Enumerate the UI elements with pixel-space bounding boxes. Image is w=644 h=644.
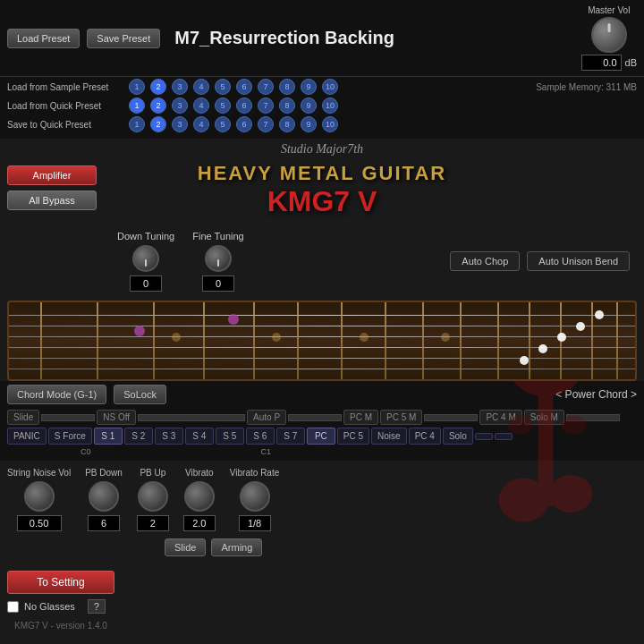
load-preset-button[interactable]: Load Preset [7, 29, 80, 48]
amplifier-button[interactable]: Amplifier [7, 165, 97, 185]
string-noise-knob[interactable] [24, 481, 55, 512]
note-indicator-3 [595, 310, 604, 319]
to-setting-button[interactable]: To Setting [7, 571, 114, 594]
key-s1[interactable]: S 1 [94, 428, 123, 445]
plugin-title-area: HEAVY METAL GUITAR KMG7 V [0, 158, 644, 222]
vibrato-rate-knob[interactable] [240, 481, 270, 512]
vibrato-knob[interactable] [184, 481, 215, 512]
save-num-4[interactable]: 4 [193, 116, 209, 132]
sample-num-7[interactable]: 7 [258, 79, 274, 95]
to-setting-section: To Setting No Glasses ? KMG7 V - version… [0, 564, 644, 640]
key-s5[interactable]: S 5 [216, 428, 244, 445]
ns-off-label: NS Off [97, 410, 136, 425]
auto-unison-button[interactable]: Auto Unison Bend [527, 251, 630, 271]
string-noise-input[interactable] [17, 515, 62, 531]
string-2 [9, 326, 635, 326]
key-pc4[interactable]: PC 4 [409, 428, 441, 445]
string-noise-group: String Noise Vol [7, 468, 71, 531]
sample-memory: Sample Memory: 311 MB [536, 82, 637, 92]
vibrato-input[interactable] [183, 515, 216, 531]
power-chord-label: < Power Chord > [555, 388, 637, 401]
key-panic[interactable]: PANIC [7, 428, 47, 445]
solock-button[interactable]: SoLock [114, 385, 166, 404]
c1-marker: C1 [261, 447, 272, 456]
tuning-row: Down Tuning Fine Tuning Auto Chop Auto U… [0, 222, 644, 301]
key-pc5[interactable]: PC 5 [337, 428, 369, 445]
quick-num-4[interactable]: 4 [193, 97, 209, 114]
sample-num-2[interactable]: 2 [150, 79, 166, 95]
preset-rows: Load from Sample Preset 1 2 3 4 5 6 7 8 … [0, 77, 644, 139]
solo-m-label: Solo M [524, 410, 564, 425]
fretboard [7, 301, 637, 381]
sample-num-9[interactable]: 9 [301, 79, 317, 95]
quick-num-5[interactable]: 5 [215, 97, 231, 114]
db-input[interactable] [581, 55, 622, 71]
pb-up-knob[interactable] [138, 481, 168, 512]
sample-num-6[interactable]: 6 [236, 79, 252, 95]
pb-down-knob[interactable] [89, 481, 119, 512]
quick-num-9[interactable]: 9 [301, 97, 317, 114]
sample-num-8[interactable]: 8 [279, 79, 295, 95]
key-extra2[interactable] [495, 433, 513, 440]
slide-indicator [41, 414, 95, 421]
pb-down-input[interactable] [88, 515, 120, 531]
save-num-3[interactable]: 3 [172, 116, 188, 132]
arming-button[interactable]: Arming [211, 538, 262, 556]
save-num-9[interactable]: 9 [301, 116, 317, 132]
chord-mode-button[interactable]: Chord Mode (G-1) [7, 385, 106, 404]
fret-marker-9 [441, 333, 450, 342]
slide-button[interactable]: Slide [165, 538, 206, 556]
quick-num-8[interactable]: 8 [279, 97, 295, 114]
save-num-2[interactable]: 2 [150, 116, 166, 132]
fret-0 [40, 302, 42, 379]
quick-num-3[interactable]: 3 [172, 97, 188, 114]
fine-tuning-input[interactable] [202, 275, 234, 292]
vibrato-label: Vibrato [185, 468, 214, 478]
key-solo[interactable]: Solo [443, 428, 473, 445]
quick-num-7[interactable]: 7 [258, 97, 274, 114]
save-num-1[interactable]: 1 [129, 116, 145, 132]
save-num-10[interactable]: 10 [322, 116, 338, 132]
bottom-controls: Chord Mode (G-1) SoLock < Power Chord > … [0, 381, 644, 461]
fine-tuning-knob[interactable] [205, 245, 232, 272]
fine-tuning-group: Fine Tuning [192, 231, 243, 292]
vibrato-rate-group: Vibrato Rate [230, 468, 279, 531]
sample-num-10[interactable]: 10 [322, 79, 338, 95]
key-s6[interactable]: S 6 [246, 428, 275, 445]
midi-bar-top: Slide NS Off Auto P PC M PC 5 M PC 4 M S… [7, 410, 637, 425]
key-pc[interactable]: PC [307, 428, 335, 445]
string-noise-label: String Noise Vol [7, 468, 71, 478]
quick-num-10[interactable]: 10 [322, 97, 338, 114]
key-s3[interactable]: S 3 [155, 428, 183, 445]
key-sforce[interactable]: S Force [48, 428, 92, 445]
save-preset-button[interactable]: Save Preset [87, 29, 160, 48]
save-num-6[interactable]: 6 [236, 116, 252, 132]
key-noise[interactable]: Noise [371, 428, 407, 445]
sample-num-4[interactable]: 4 [193, 79, 209, 95]
fret-8 [422, 302, 424, 379]
quick-num-1[interactable]: 1 [129, 97, 145, 114]
vibrato-rate-input[interactable] [239, 515, 271, 531]
sample-num-3[interactable]: 3 [172, 79, 188, 95]
sample-num-1[interactable]: 1 [129, 79, 145, 95]
down-tuning-knob[interactable] [132, 245, 159, 272]
quick-num-6[interactable]: 6 [236, 97, 252, 114]
master-vol-knob[interactable] [591, 17, 627, 53]
key-extra1[interactable] [475, 433, 493, 440]
pb-up-input[interactable] [137, 515, 169, 531]
question-button[interactable]: ? [88, 599, 106, 614]
auto-chop-button[interactable]: Auto Chop [450, 251, 520, 271]
save-num-7[interactable]: 7 [258, 116, 274, 132]
key-s7[interactable]: S 7 [276, 428, 305, 445]
save-num-8[interactable]: 8 [279, 116, 295, 132]
down-tuning-input[interactable] [130, 275, 162, 292]
all-bypass-button[interactable]: All Bypass [7, 191, 97, 210]
key-s4[interactable]: S 4 [185, 428, 214, 445]
kmg-title: KMG7 V [0, 185, 644, 218]
save-num-5[interactable]: 5 [215, 116, 231, 132]
quick-num-2[interactable]: 2 [150, 97, 166, 114]
key-s2[interactable]: S 2 [124, 428, 153, 445]
no-glasses-checkbox[interactable] [7, 601, 19, 613]
fret-14 [616, 302, 618, 379]
sample-num-5[interactable]: 5 [215, 79, 231, 95]
